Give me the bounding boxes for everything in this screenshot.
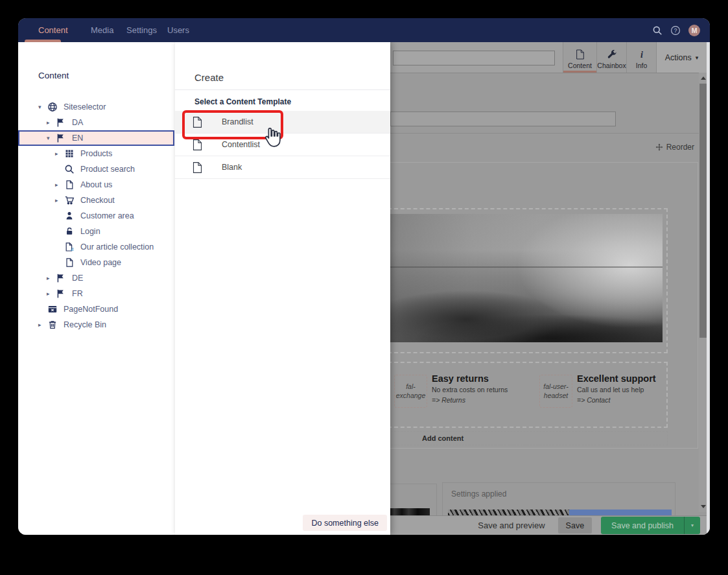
- app-window: Content Media Settings Users ? M Content…: [18, 18, 710, 535]
- caret-down-icon[interactable]: [47, 135, 56, 141]
- save-and-publish-button[interactable]: Save and publish ▾: [601, 517, 700, 534]
- document-icon: [64, 180, 75, 190]
- tree-item-checkout[interactable]: Checkout: [18, 193, 174, 208]
- tree-item-da[interactable]: DA: [18, 115, 174, 130]
- tree-item-product-search[interactable]: Product search: [18, 161, 174, 177]
- section-tab-settings[interactable]: Settings: [126, 18, 157, 42]
- file-icon: [193, 116, 202, 128]
- tree-item-siteselector[interactable]: Siteselector: [18, 99, 174, 115]
- tree-item-our-article-collection[interactable]: Our article collection: [18, 239, 174, 255]
- document-icon: [64, 257, 75, 268]
- tab-chainbox[interactable]: Chainbox: [596, 42, 626, 73]
- template-option-blank[interactable]: Blank: [175, 156, 390, 179]
- feature-icon-placeholder: fal-user-headset: [539, 375, 572, 408]
- caret-right-icon[interactable]: [55, 150, 64, 157]
- window-edge-strip: [707, 42, 710, 535]
- window-error-icon: [47, 304, 58, 314]
- tree-item-de[interactable]: DE: [18, 270, 174, 286]
- add-content-button[interactable]: Add content: [390, 431, 668, 445]
- page-title-input[interactable]: [390, 111, 616, 126]
- tree-item-products[interactable]: Products: [18, 146, 174, 161]
- user-avatar[interactable]: M: [688, 25, 700, 36]
- grid-icon: [64, 148, 75, 159]
- document-list-icon: [64, 242, 75, 252]
- content-tree: Siteselector DA EN Products: [18, 99, 174, 333]
- grid-cell-image: [390, 484, 437, 517]
- tree-item-en[interactable]: EN: [18, 130, 174, 146]
- svg-text:?: ?: [674, 27, 677, 34]
- caret-down-icon[interactable]: [38, 104, 47, 110]
- tree-item-fr[interactable]: FR: [18, 286, 174, 301]
- help-icon[interactable]: ?: [670, 25, 681, 36]
- flag-icon: [56, 273, 66, 283]
- move-icon: [655, 143, 663, 151]
- tab-content[interactable]: Content: [563, 42, 596, 73]
- create-dialog: Create Select a Content Template Brandli…: [175, 42, 390, 535]
- active-section-underline: [25, 40, 61, 42]
- scroll-down-arrow[interactable]: [701, 505, 706, 508]
- scroll-up-arrow[interactable]: [701, 76, 706, 80]
- feature-link: => Returns: [432, 396, 539, 404]
- dialog-title: Create: [194, 72, 224, 83]
- screenshot-stage: Content Media Settings Users ? M Content…: [0, 0, 728, 575]
- caret-right-icon[interactable]: [55, 197, 64, 204]
- document-icon: [575, 49, 585, 60]
- caret-right-icon[interactable]: [55, 182, 64, 188]
- trash-icon: [47, 320, 58, 330]
- template-option-brandlist[interactable]: Brandlist: [175, 111, 390, 134]
- caret-right-icon[interactable]: [47, 119, 56, 126]
- tree-item-pagenotfound[interactable]: PageNotFound: [18, 301, 174, 317]
- flag-icon: [56, 288, 66, 299]
- caret-right-icon[interactable]: [38, 322, 47, 328]
- actions-button[interactable]: Actions ▾: [656, 42, 707, 73]
- template-option-contentlist[interactable]: Contentlist: [175, 134, 390, 156]
- feature-block: Easy returns No extra costs on returns =…: [432, 373, 539, 404]
- grid-row-features: fal-exchange Easy returns No extra costs…: [390, 362, 668, 428]
- tree-item-login[interactable]: Login: [18, 224, 174, 239]
- tree-item-video-page[interactable]: Video page: [18, 255, 174, 270]
- divider: [175, 89, 390, 90]
- save-and-preview-button[interactable]: Save and preview: [474, 520, 548, 531]
- chevron-down-icon: ▾: [696, 54, 699, 61]
- tree-item-recycle-bin[interactable]: Recycle Bin: [18, 317, 174, 333]
- flag-icon: [56, 133, 66, 143]
- search-icon[interactable]: [652, 25, 663, 36]
- flag-icon: [56, 117, 66, 128]
- info-icon: i: [637, 49, 647, 60]
- globe-icon: [47, 102, 58, 112]
- tree-item-customer-area[interactable]: Customer area: [18, 208, 174, 224]
- content-editor-dimmed: Content Chainbox i Info Actions ▾: [390, 42, 710, 535]
- editor-footer: Save and preview Save Save and publish ▾: [390, 515, 710, 535]
- file-icon: [193, 161, 202, 174]
- template-list: Brandlist Contentlist Blank: [175, 111, 390, 179]
- lock-icon: [64, 226, 75, 237]
- feature-link: => Contact: [577, 396, 684, 404]
- tree-item-about-us[interactable]: About us: [18, 177, 174, 193]
- scrollbar-thumb[interactable]: [699, 84, 707, 338]
- dialog-footer: Do something else: [175, 511, 390, 535]
- file-icon: [193, 139, 202, 151]
- grid-cell-settings: Settings applied: [442, 482, 675, 517]
- reorder-button[interactable]: Reorder: [655, 143, 694, 152]
- page-name-input[interactable]: [393, 51, 555, 65]
- section-tab-users[interactable]: Users: [167, 18, 189, 42]
- caret-right-icon[interactable]: [47, 275, 56, 281]
- divider: [390, 133, 707, 134]
- hero-image: [390, 214, 663, 342]
- top-navigation-bar: Content Media Settings Users ? M: [18, 18, 710, 42]
- do-something-else-button[interactable]: Do something else: [303, 515, 387, 531]
- caret-right-icon[interactable]: [47, 290, 56, 297]
- search-icon: [64, 164, 75, 174]
- sidebar-header: Content: [38, 71, 69, 80]
- save-button[interactable]: Save: [558, 517, 593, 534]
- template-section-heading: Select a Content Template: [194, 97, 291, 106]
- section-tab-content[interactable]: Content: [38, 18, 68, 42]
- section-tab-media[interactable]: Media: [91, 18, 113, 42]
- wrench-icon: [607, 49, 617, 60]
- feature-block: Excellent support Call us and let us hel…: [577, 373, 684, 404]
- content-tree-sidebar: Content Siteselector DA EN: [18, 42, 176, 535]
- person-icon: [64, 211, 75, 221]
- tab-info[interactable]: i Info: [626, 42, 656, 73]
- feature-icon-placeholder: fal-exchange: [394, 375, 427, 408]
- chevron-down-icon[interactable]: ▾: [684, 517, 700, 534]
